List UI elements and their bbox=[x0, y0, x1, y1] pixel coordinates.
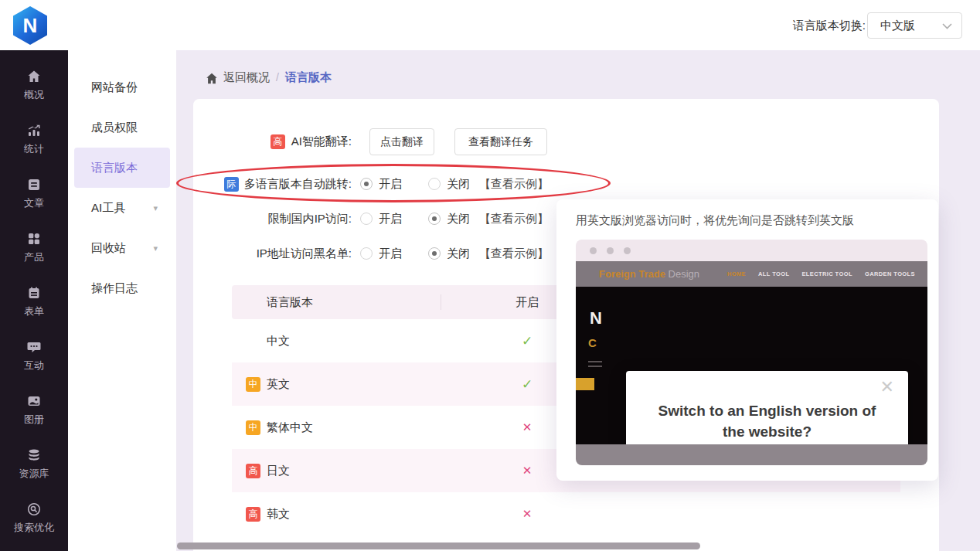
click-translate-button[interactable]: 点击翻译 bbox=[369, 128, 434, 155]
sidebar-item-label: 统计 bbox=[24, 142, 44, 156]
site-footer bbox=[576, 444, 927, 465]
sidebar-item-interaction[interactable]: 互动 bbox=[0, 328, 68, 383]
sidebar-item-label: 表单 bbox=[24, 304, 44, 318]
option-label: 限制国内IP访问: bbox=[268, 212, 352, 226]
submenu-item-operation-log[interactable]: 操作日志 bbox=[74, 268, 170, 308]
radio-on[interactable] bbox=[360, 178, 373, 190]
sidebar-item-gallery[interactable]: 图册 bbox=[0, 383, 68, 437]
submenu-item-label: 回收站 bbox=[91, 241, 126, 256]
example-tip-text: 用英文版浏览器访问时，将优先询问是否跳转到英文版 bbox=[576, 213, 854, 228]
dialog-title: Switch to an English version of the webs… bbox=[626, 400, 908, 442]
language-name: 韩文 bbox=[267, 507, 290, 522]
breadcrumb: 返回概况 / 语言版本 bbox=[206, 68, 332, 87]
sidebar-item-products[interactable]: 产品 bbox=[0, 220, 68, 274]
submenu-item-label: 网站备份 bbox=[91, 80, 138, 95]
site-logo-primary: Foreign Trade bbox=[599, 268, 665, 280]
disabled-cross-icon: ✕ bbox=[504, 507, 550, 521]
chevron-down-icon bbox=[942, 19, 952, 32]
radio-on[interactable] bbox=[360, 247, 373, 260]
sidebar-item-seo[interactable]: 搜索优化 bbox=[0, 491, 68, 545]
column-header-language: 语言版本 bbox=[267, 295, 313, 310]
switch-language-dialog: ✕ Switch to an English version of the we… bbox=[626, 371, 908, 444]
radio-on-label: 开启 bbox=[379, 247, 402, 261]
mid-tier-badge: 中 bbox=[246, 377, 260, 392]
submenu-item-label: 操作日志 bbox=[91, 281, 138, 296]
language-name: 英文 bbox=[267, 377, 290, 392]
sidebar-item-label: 概况 bbox=[24, 88, 44, 102]
submenu-item-site-backup[interactable]: 网站备份 bbox=[74, 67, 170, 107]
mid-tier-badge: 中 bbox=[246, 420, 260, 435]
sidebar-item-articles[interactable]: 文章 bbox=[0, 166, 68, 220]
brand-logo-letter: N bbox=[23, 14, 38, 38]
submenu-item-language-versions[interactable]: 语言版本 bbox=[74, 148, 170, 188]
browser-titlebar bbox=[576, 240, 927, 261]
radio-off[interactable] bbox=[428, 178, 441, 190]
close-icon[interactable]: ✕ bbox=[880, 379, 894, 396]
view-example-link[interactable]: 【查看示例】 bbox=[479, 206, 549, 232]
breadcrumb-back-label: 返回概况 bbox=[223, 70, 270, 85]
premium-badge: 高 bbox=[246, 507, 260, 522]
site-logo-secondary: Design bbox=[669, 268, 699, 280]
enabled-check-icon: ✓ bbox=[504, 333, 550, 349]
brand-logo[interactable]: N bbox=[11, 6, 49, 45]
stats-icon bbox=[26, 123, 42, 138]
horizontal-scrollbar[interactable] bbox=[177, 542, 700, 549]
submenu-item-ai-tools[interactable]: AI工具 ▾ bbox=[74, 188, 170, 228]
sidebar-item-label: 资源库 bbox=[19, 467, 49, 481]
primary-sidebar: 概况 统计 文章 产品 表单 互动 图册 资源库 bbox=[0, 50, 68, 551]
site-content-fragment-gold: C bbox=[588, 336, 597, 349]
radio-off[interactable] bbox=[428, 213, 441, 225]
site-content-area: N C ✕ Switch to an English version of th… bbox=[576, 287, 927, 444]
window-dot-icon bbox=[607, 247, 614, 254]
column-header-enabled: 开启 bbox=[504, 295, 550, 310]
radio-off[interactable] bbox=[428, 247, 441, 260]
dialog-title-line2: the website? bbox=[626, 421, 908, 442]
radio-on-label: 开启 bbox=[379, 177, 402, 192]
site-logo: Foreign Trade Design bbox=[599, 268, 699, 280]
site-cta-fragment bbox=[576, 378, 594, 390]
language-switch-select[interactable]: 中文版 bbox=[867, 12, 962, 39]
international-badge: 际 bbox=[224, 177, 239, 192]
site-nav-home: HOME bbox=[727, 270, 746, 277]
language-name: 繁体中文 bbox=[267, 420, 313, 435]
sidebar-item-label: 互动 bbox=[24, 359, 44, 372]
disabled-cross-icon: ✕ bbox=[504, 420, 550, 434]
site-content-line bbox=[588, 361, 602, 362]
option-label: IP地址访问黑名单: bbox=[257, 247, 352, 261]
ai-translate-label: AI智能翻译: bbox=[291, 134, 352, 149]
example-popup: 用英文版浏览器访问时，将优先询问是否跳转到英文版 Foreign Trade D… bbox=[556, 199, 938, 481]
breadcrumb-separator: / bbox=[276, 71, 279, 83]
top-header: N 语言版本切换: 中文版 bbox=[0, 0, 980, 50]
radio-on[interactable] bbox=[360, 213, 373, 225]
sidebar-item-label: 搜索优化 bbox=[14, 521, 54, 535]
site-nav-all-tool: ALL TOOL bbox=[758, 270, 789, 277]
sidebar-item-label: 文章 bbox=[24, 196, 44, 210]
article-icon bbox=[26, 177, 42, 192]
submenu-item-label: 语言版本 bbox=[91, 161, 138, 175]
view-example-link[interactable]: 【查看示例】 bbox=[479, 240, 549, 267]
view-example-link[interactable]: 【查看示例】 bbox=[479, 171, 549, 197]
window-dot-icon bbox=[624, 247, 631, 254]
sidebar-item-library[interactable]: 资源库 bbox=[0, 437, 68, 491]
breadcrumb-current: 语言版本 bbox=[285, 70, 332, 85]
submenu-item-recycle-bin[interactable]: 回收站 ▾ bbox=[74, 228, 170, 268]
breadcrumb-back-link[interactable]: 返回概况 bbox=[206, 70, 270, 85]
submenu-item-member-permissions[interactable]: 成员权限 bbox=[74, 107, 170, 148]
radio-on-label: 开启 bbox=[379, 212, 402, 226]
home-icon bbox=[206, 70, 218, 84]
products-icon bbox=[26, 231, 42, 247]
view-translate-tasks-button[interactable]: 查看翻译任务 bbox=[454, 128, 547, 155]
radio-off-label: 关闭 bbox=[447, 177, 470, 192]
language-name: 日文 bbox=[267, 464, 290, 478]
submenu-item-label: 成员权限 bbox=[91, 121, 138, 135]
table-row-korean[interactable]: 高 韩文 ✕ bbox=[232, 492, 900, 536]
sidebar-item-forms[interactable]: 表单 bbox=[0, 274, 68, 328]
dialog-title-line1: Switch to an English version of bbox=[626, 400, 908, 421]
sidebar-item-label: 图册 bbox=[24, 413, 44, 427]
language-switch-value: 中文版 bbox=[880, 19, 915, 33]
sidebar-item-overview[interactable]: 概况 bbox=[0, 58, 68, 112]
premium-badge: 高 bbox=[271, 134, 285, 149]
premium-badge: 高 bbox=[246, 464, 260, 478]
sidebar-item-stats[interactable]: 统计 bbox=[0, 112, 68, 166]
sidebar-item-label: 产品 bbox=[24, 250, 44, 264]
